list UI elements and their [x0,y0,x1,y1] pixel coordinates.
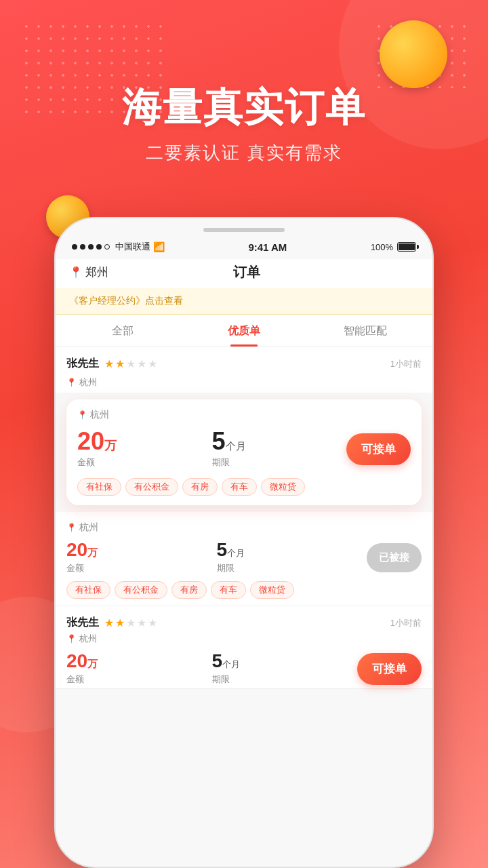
order-1-tags: 有社保 有公积金 有房 有车 微粒贷 [77,478,411,496]
order-2-tags: 有社保 有公积金 有房 有车 微粒贷 [66,581,422,599]
order-1-period-block: 5个月 期限 [212,429,347,469]
order-1-card: 📍 杭州 20万 金额 5个月 期限 [66,399,422,505]
order-2-accept-button: 已被接 [367,543,422,572]
order-3-amounts-row: 20万 金额 5个月 期限 可接单 [66,652,422,686]
order-3-period-number: 5 [212,650,223,671]
tab-quality[interactable]: 优质单 [184,315,305,347]
tab-smart[interactable]: 智能匹配 [304,315,426,347]
star-4: ★ [137,357,146,370]
order-2-period-value: 5个月 [217,540,367,559]
order-3-amount-label: 金额 [66,673,212,686]
order-2-period-block: 5个月 期限 [217,540,367,574]
tag-o2-microloan: 微粒贷 [250,581,294,599]
order-1-tags-list: 有社保 有公积金 有房 有车 微粒贷 [77,478,411,496]
order-1-card-location: 📍 杭州 [77,409,411,421]
order-1-amount-number: 20 [77,427,104,455]
order-3-period-unit: 个月 [222,659,240,669]
order-1-accept-button[interactable]: 可接单 [346,433,411,465]
order-1-amount-unit: 万 [104,439,117,452]
star-2: ★ [115,357,125,370]
order-2-amount-value: 20万 [66,540,217,559]
order-3-amount-unit: 万 [87,658,98,669]
order-1-card-pin-icon: 📍 [77,410,87,420]
order-1-location-row: 📍 杭州 [56,375,432,393]
order-3-period-block: 5个月 期限 [212,652,358,686]
order-3-city: 杭州 [79,633,97,645]
order-1-username: 张先生 [66,357,99,371]
order-3-amount-value: 20万 [66,652,212,671]
order-2-amount-label: 金额 [66,562,217,574]
wifi-icon: 📶 [153,241,165,252]
tab-all[interactable]: 全部 [62,315,184,347]
hero-section: 海量真实订单 二要素认证 真实有需求 [0,81,488,165]
star-1: ★ [104,357,114,370]
signal-dot-1 [72,244,77,250]
coin-decoration-top-right [380,20,447,88]
status-time: 9:41 AM [248,241,287,253]
signal-dot-4 [96,244,102,250]
battery-fill [399,243,415,250]
tag-microloan: 微粒贷 [261,478,305,496]
order-3-time: 1小时前 [390,617,422,629]
tag-o2-social: 有社保 [66,581,110,599]
order-1-header: 张先生 ★ ★ ★ ★ ★ 1小时前 [56,347,432,375]
hero-title: 海量真实订单 [0,81,488,134]
background: 海量真实订单 二要素认证 真实有需求 中国联通 📶 9:41 AM [0,0,488,868]
order-1-card-city: 杭州 [90,409,109,421]
order-2-location-row: 📍 杭州 [66,521,422,534]
phone-mockup: 中国联通 📶 9:41 AM 100% 📍 郑州 订单 [54,217,434,868]
signal-dot-3 [88,244,94,250]
phone-notch [56,218,432,232]
star-3: ★ [126,357,136,370]
phone-screen: 中国联通 📶 9:41 AM 100% 📍 郑州 订单 [54,217,434,868]
order-1-amount-block: 20万 金额 [77,429,212,469]
order-2-period-number: 5 [217,539,228,560]
header-title: 订单 [233,263,260,281]
status-bar: 中国联通 📶 9:41 AM 100% [56,235,432,259]
order-3-user-row: 张先生 ★ ★ ★ ★ ★ [66,616,157,630]
tag-o2-housing: 有公积金 [115,581,167,599]
app-header: 📍 郑州 订单 [56,259,432,288]
order-2-city: 杭州 [79,521,98,534]
order-3-amount-number: 20 [66,650,87,671]
o3-star-5: ★ [148,616,157,629]
battery-icon [397,242,416,252]
signal-dot-2 [80,244,85,250]
order-3-pin-icon: 📍 [66,634,77,644]
star-5: ★ [148,357,157,370]
battery-percent: 100% [371,242,393,252]
order-3-period-label: 期限 [212,673,358,686]
order-1-pin-icon: 📍 [66,378,77,387]
notch-bar [203,228,285,232]
order-1-period-unit: 个月 [226,440,246,452]
location-pin-icon: 📍 [69,266,83,279]
order-1-amount-label: 金额 [77,456,212,469]
o3-star-4: ★ [137,616,146,629]
order-1-stars: ★ ★ ★ ★ ★ [104,357,157,370]
order-2-amount-unit: 万 [87,547,98,558]
tag-social-insurance: 有社保 [77,478,121,496]
location-label[interactable]: 📍 郑州 [69,264,108,280]
order-1-time: 1小时前 [390,358,422,370]
order-3-username: 张先生 [66,616,99,630]
order-1-amounts-row: 20万 金额 5个月 期限 可接单 [77,429,411,469]
order-2-pin-icon: 📍 [66,523,77,532]
location-city: 郑州 [85,264,108,280]
order-3-accept-button[interactable]: 可接单 [357,653,422,685]
order-2-amount-number: 20 [66,539,87,560]
o3-star-1: ★ [104,616,114,629]
order-3-period-value: 5个月 [212,652,358,671]
order-2-tags-list: 有社保 有公积金 有房 有车 微粒贷 [66,581,422,599]
tabs-bar: 全部 优质单 智能匹配 [56,315,432,347]
order-2-period-unit: 个月 [227,548,245,558]
order-3-amount-block: 20万 金额 [66,652,212,686]
order-3-stars: ★ ★ ★ ★ ★ [104,616,157,629]
tag-car: 有车 [222,478,257,496]
order-2-amount-block: 20万 金额 [66,540,217,574]
order-1-location: 杭州 [79,376,97,389]
order-3-header: 张先生 ★ ★ ★ ★ ★ 1小时前 [66,616,422,630]
banner[interactable]: 《客户经理公约》点击查看 [56,288,432,315]
tag-o2-house: 有房 [171,581,207,599]
order-2-period-label: 期限 [217,562,367,574]
order-1-period-value: 5个月 [212,429,347,454]
